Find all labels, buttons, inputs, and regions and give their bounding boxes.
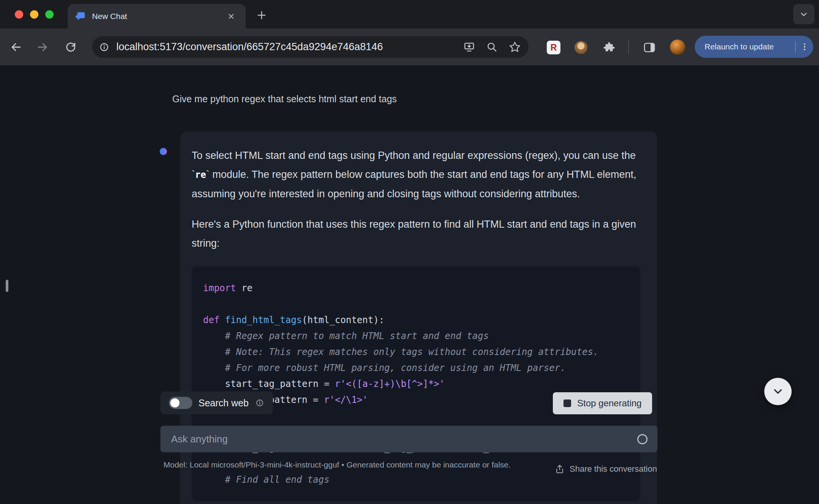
left-edge-scroll-handle[interactable]	[6, 280, 8, 292]
toolbar-divider	[628, 40, 629, 54]
browser-tab[interactable]: New Chat	[68, 4, 246, 29]
search-web-label: Search web	[198, 398, 249, 409]
extension-icon-r[interactable]: R	[545, 39, 562, 56]
profile-avatar[interactable]	[670, 40, 685, 55]
chat-bubble-icon	[75, 11, 87, 22]
message-input-bar[interactable]	[160, 426, 657, 452]
fullscreen-window-button[interactable]	[45, 10, 54, 19]
side-panel-icon[interactable]	[641, 39, 658, 56]
install-app-icon[interactable]	[460, 41, 478, 54]
assistant-avatar	[160, 148, 167, 155]
toggle-switch-off[interactable]	[169, 397, 192, 409]
model-note: Model: Local microsoft/Phi-3-mini-4k-ins…	[163, 459, 544, 471]
url-text[interactable]: localhost:5173/conversation/665727c45da9…	[116, 41, 460, 53]
inline-code-re: re	[195, 170, 206, 180]
extensions-puzzle-icon[interactable]	[601, 39, 617, 56]
user-message: Give me python regex that selects html s…	[172, 94, 397, 105]
info-icon[interactable]	[255, 398, 265, 408]
share-conversation-label: Share this conversation	[570, 464, 657, 474]
browser-toolbar: localhost:5173/conversation/665727c45da9…	[0, 29, 819, 65]
close-window-button[interactable]	[15, 10, 23, 19]
minimize-window-button[interactable]	[30, 10, 38, 19]
extension-icon-avatar[interactable]	[573, 39, 589, 56]
new-tab-button[interactable]	[252, 6, 271, 24]
window-titlebar: New Chat	[0, 0, 819, 29]
relaunch-label: Relaunch to update	[695, 42, 795, 51]
stop-generating-label: Stop generating	[577, 398, 641, 409]
tab-strip-chevron-button[interactable]	[793, 4, 814, 24]
tab-close-button[interactable]	[224, 10, 238, 23]
assistant-paragraph-1: To select HTML start and end tags using …	[192, 146, 640, 203]
back-button[interactable]	[8, 39, 24, 55]
loading-spinner-icon	[637, 434, 648, 444]
search-web-toggle[interactable]: Search web	[160, 391, 273, 414]
site-info-icon[interactable]	[98, 41, 110, 53]
search-icon[interactable]	[483, 41, 501, 54]
ask-anything-input[interactable]	[160, 426, 637, 452]
share-conversation-button[interactable]: Share this conversation	[554, 464, 657, 474]
assistant-paragraph-2: Here's a Python function that uses this …	[192, 215, 640, 253]
stop-generating-button[interactable]: Stop generating	[553, 392, 652, 414]
address-bar[interactable]: localhost:5173/conversation/665727c45da9…	[92, 36, 529, 58]
stop-icon	[563, 399, 571, 407]
paragraph-text: ` module. The regex pattern below captur…	[192, 169, 636, 200]
reload-button[interactable]	[63, 39, 79, 55]
scroll-to-bottom-button[interactable]	[764, 378, 792, 405]
tab-title: New Chat	[92, 12, 224, 21]
bookmark-star-icon[interactable]	[506, 41, 524, 54]
browser-menu-dots-icon[interactable]	[796, 42, 813, 52]
share-upload-icon	[554, 464, 565, 474]
relaunch-to-update-button[interactable]: Relaunch to update	[695, 36, 813, 58]
forward-button[interactable]	[35, 39, 51, 55]
